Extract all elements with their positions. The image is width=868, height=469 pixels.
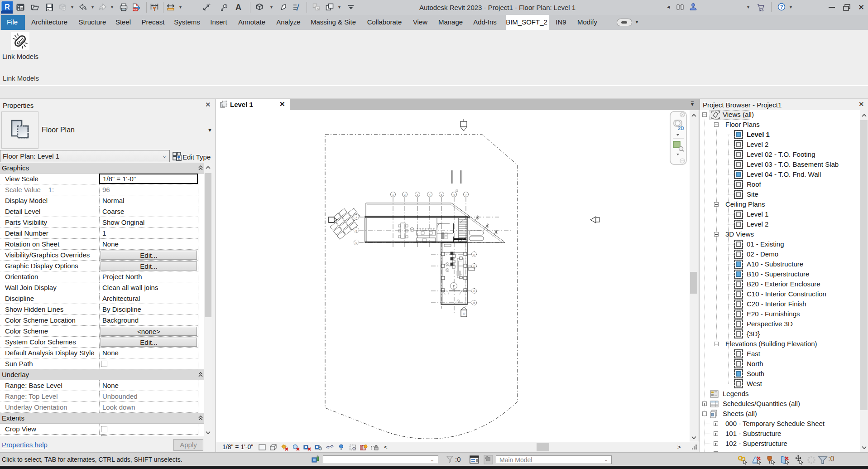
- svg-text:E: E: [473, 265, 475, 268]
- svg-text:B: B: [355, 229, 357, 232]
- svg-text:4: 4: [429, 193, 430, 196]
- svg-text:G: G: [473, 302, 475, 305]
- svg-text:PDF: PDF: [133, 8, 138, 11]
- svg-text:10: 10: [463, 312, 465, 315]
- svg-text:A: A: [355, 216, 357, 219]
- svg-text:5: 5: [441, 193, 442, 196]
- svg-text:7: 7: [465, 193, 466, 196]
- svg-text:R: R: [5, 3, 10, 11]
- svg-text:C: C: [355, 242, 357, 244]
- svg-text:?: ?: [780, 4, 783, 10]
- svg-text:1: 1: [225, 5, 226, 8]
- svg-text:D: D: [473, 253, 475, 256]
- svg-text:2D: 2D: [678, 126, 684, 131]
- svg-text:2: 2: [404, 193, 405, 196]
- svg-text:1: 1: [392, 193, 393, 196]
- svg-text:6: 6: [453, 193, 455, 196]
- svg-text:3: 3: [417, 193, 418, 196]
